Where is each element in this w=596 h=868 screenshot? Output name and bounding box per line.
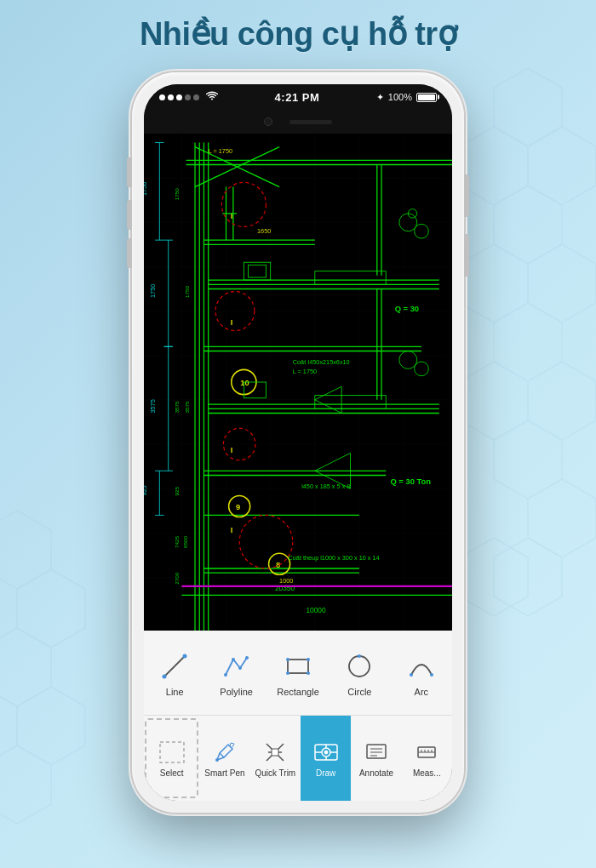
- svg-text:3575: 3575: [149, 399, 157, 413]
- tool-circle[interactable]: Circle: [329, 642, 390, 704]
- svg-marker-9: [494, 420, 562, 499]
- svg-text:l450 x 185 x 5 x 8: l450 x 185 x 5 x 8: [301, 483, 350, 490]
- svg-text:10000: 10000: [306, 606, 326, 614]
- svg-marker-14: [17, 569, 85, 648]
- svg-rect-146: [160, 742, 184, 762]
- signal-dot-3: [176, 94, 182, 100]
- status-time: 4:21 PM: [275, 91, 320, 104]
- toolbar-area: Line Polyline: [144, 631, 452, 801]
- svg-marker-10: [528, 479, 596, 557]
- svg-text:925: 925: [174, 487, 180, 496]
- svg-text:1750: 1750: [184, 286, 190, 298]
- draw-tools-row: Line Polyline: [144, 631, 452, 716]
- tool-polyline[interactable]: Polyline: [205, 642, 266, 704]
- svg-point-143: [358, 654, 361, 658]
- svg-text:Q = 30 Ton: Q = 30 Ton: [390, 477, 431, 486]
- svg-marker-5: [460, 244, 528, 323]
- nav-select[interactable]: Select: [145, 718, 198, 798]
- page-title: Nhiều công cụ hỗ trợ: [0, 15, 596, 53]
- phone-notch: [144, 110, 452, 134]
- svg-marker-15: [0, 628, 51, 706]
- nav-measure-label: Meas...: [413, 768, 441, 778]
- svg-text:L = 1750: L = 1750: [293, 368, 317, 375]
- tool-circle-label: Circle: [347, 687, 371, 697]
- signal-dot-5: [193, 94, 199, 100]
- status-left: [159, 91, 218, 103]
- tool-arc-label: Arc: [415, 687, 429, 697]
- svg-line-130: [164, 656, 185, 677]
- tool-rectangle-label: Rectangle: [277, 687, 319, 697]
- bottom-nav-row: Select Smart Pen: [144, 716, 452, 801]
- tool-arc[interactable]: Arc: [391, 642, 452, 704]
- tool-line[interactable]: Line: [144, 642, 205, 704]
- svg-point-132: [183, 654, 187, 658]
- svg-marker-1: [528, 127, 596, 205]
- svg-text:3575: 3575: [174, 401, 180, 413]
- svg-marker-4: [528, 244, 596, 323]
- svg-point-145: [430, 673, 433, 677]
- nav-draw-label: Draw: [316, 768, 335, 778]
- svg-point-147: [215, 758, 219, 762]
- svg-marker-12: [460, 538, 528, 616]
- tool-line-label: Line: [166, 687, 184, 697]
- speaker-grille: [289, 120, 332, 124]
- signal-dot-4: [185, 94, 191, 100]
- nav-quick-trim-label: Quick Trim: [255, 768, 295, 778]
- svg-marker-3: [494, 186, 562, 264]
- signal-dot-1: [159, 94, 165, 100]
- svg-marker-2: [460, 127, 528, 205]
- battery-indicator: [416, 93, 437, 102]
- wifi-icon: [206, 91, 218, 103]
- svg-text:I: I: [231, 212, 233, 220]
- svg-text:3575: 3575: [184, 401, 190, 413]
- svg-text:1750: 1750: [174, 188, 180, 200]
- battery-fill: [418, 94, 435, 100]
- nav-smart-pen-label: Smart Pen: [204, 768, 244, 778]
- svg-text:Q = 30: Q = 30: [395, 305, 419, 313]
- svg-text:10: 10: [240, 379, 249, 387]
- svg-point-136: [245, 656, 249, 660]
- svg-text:1000: 1000: [279, 577, 293, 585]
- svg-point-131: [163, 674, 167, 678]
- svg-rect-137: [288, 660, 308, 673]
- svg-marker-8: [460, 362, 528, 440]
- svg-point-144: [410, 673, 413, 677]
- nav-annotate[interactable]: Annotate: [351, 716, 401, 801]
- nav-draw[interactable]: Draw: [301, 716, 351, 801]
- svg-marker-16: [17, 687, 85, 765]
- svg-marker-13: [0, 511, 51, 589]
- nav-quick-trim[interactable]: Quick Trim: [250, 716, 301, 801]
- svg-point-140: [307, 671, 310, 675]
- tool-polyline-label: Polyline: [220, 687, 253, 697]
- svg-marker-18: [0, 745, 51, 824]
- svg-marker-17: [0, 687, 17, 765]
- svg-text:L = 1750: L = 1750: [209, 147, 232, 155]
- svg-point-141: [286, 671, 289, 675]
- nav-select-label: Select: [160, 768, 184, 778]
- nav-smart-pen[interactable]: Smart Pen: [199, 716, 249, 801]
- svg-marker-7: [528, 362, 596, 440]
- bluetooth-icon: ✦: [376, 92, 384, 103]
- svg-text:6500: 6500: [182, 536, 188, 548]
- status-bar: 4:21 PM ✦ 100%: [144, 84, 452, 110]
- svg-point-135: [238, 666, 242, 670]
- svg-point-142: [349, 656, 370, 677]
- svg-point-139: [307, 658, 310, 661]
- svg-marker-6: [494, 303, 562, 381]
- phone-device: 4:21 PM ✦ 100%: [132, 72, 464, 813]
- status-right: ✦ 100%: [376, 92, 437, 103]
- svg-point-138: [286, 658, 289, 661]
- svg-text:9: 9: [236, 503, 240, 511]
- front-camera: [264, 117, 272, 126]
- svg-text:I: I: [231, 446, 233, 454]
- svg-text:I: I: [231, 526, 233, 534]
- tool-rectangle[interactable]: Rectangle: [267, 642, 329, 704]
- cad-drawing-canvas[interactable]: 1750 1750 3575 925: [144, 134, 452, 631]
- svg-text:I: I: [231, 318, 233, 327]
- svg-text:1650: 1650: [257, 227, 271, 235]
- svg-text:925: 925: [144, 485, 148, 495]
- svg-text:20350: 20350: [275, 584, 295, 592]
- svg-point-155: [324, 751, 328, 754]
- nav-measure[interactable]: Meas...: [402, 716, 452, 801]
- svg-marker-0: [494, 68, 562, 146]
